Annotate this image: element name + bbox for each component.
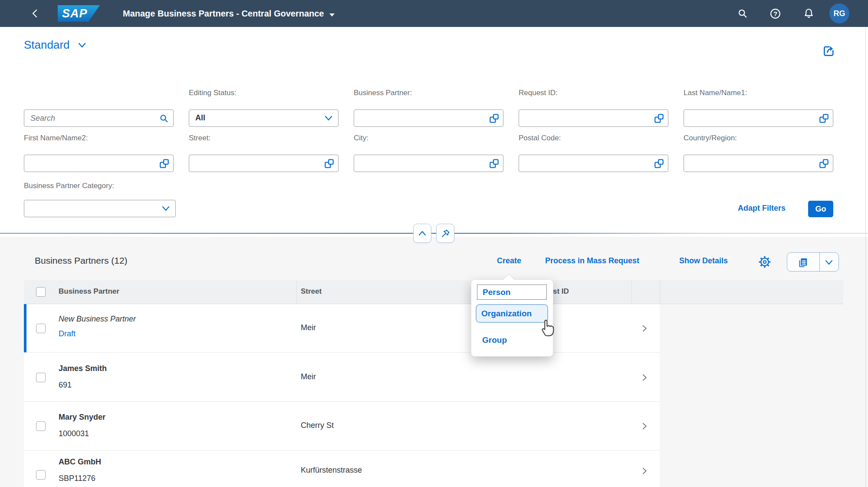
chevron-up-icon — [418, 230, 427, 237]
split-button-divider — [819, 253, 820, 271]
first-name-label: First Name/Name2: — [24, 134, 88, 142]
postal-code-label: Postal Code: — [519, 134, 561, 142]
row-name: Mary Snyder — [59, 413, 105, 422]
export-split-button[interactable] — [787, 252, 839, 272]
search-field[interactable] — [24, 109, 174, 127]
chevron-down-icon — [324, 115, 333, 123]
table-row[interactable]: Mary Snyder 1000031 Cherry St — [24, 402, 660, 451]
value-help-icon[interactable] — [159, 159, 169, 170]
export-spreadsheet-icon[interactable] — [797, 256, 809, 270]
window-edge — [865, 27, 866, 487]
app-title-text: Manage Business Partners - Central Gover… — [123, 9, 324, 18]
street-label: Street: — [189, 134, 210, 142]
row-street: Meir — [301, 372, 316, 381]
request-id-input[interactable] — [519, 109, 668, 127]
row-id: 691 — [59, 381, 72, 390]
row-name: James Smith — [59, 364, 107, 373]
notifications-bell-icon[interactable] — [802, 7, 815, 22]
show-details-button[interactable]: Show Details — [679, 256, 728, 265]
row-checkbox[interactable] — [36, 421, 46, 431]
row-navigation-chevron-icon[interactable] — [640, 422, 649, 432]
app-title[interactable]: Manage Business Partners - Central Gover… — [123, 0, 335, 27]
help-icon[interactable]: ? — [769, 7, 782, 22]
variant-label: Standard — [24, 38, 70, 51]
export-menu-chevron-icon[interactable] — [824, 259, 834, 267]
table-settings-gear-icon[interactable] — [758, 255, 771, 268]
table-row[interactable]: James Smith 691 Meir — [24, 353, 660, 402]
last-name-input[interactable] — [684, 109, 833, 127]
editing-status-select[interactable]: All — [189, 109, 339, 127]
search-icon[interactable] — [737, 8, 749, 21]
business-partner-input[interactable] — [354, 109, 503, 127]
last-name-label: Last Name/Name1: — [684, 89, 747, 97]
pin-icon — [441, 229, 450, 238]
city-label: City: — [354, 134, 368, 142]
bp-category-select[interactable] — [24, 200, 176, 217]
city-input[interactable] — [354, 155, 503, 172]
shell-header: SAP Manage Business Partners - Central G… — [0, 0, 868, 27]
value-help-icon[interactable] — [819, 113, 829, 125]
table-row[interactable]: New Business Partner Draft Meir — [24, 304, 660, 353]
request-id-label: Request ID: — [519, 89, 558, 97]
draft-accent-bar — [24, 304, 26, 352]
row-navigation-chevron-icon[interactable] — [640, 324, 649, 335]
row-id: SBP11276 — [59, 474, 95, 483]
row-checkbox[interactable] — [36, 470, 46, 480]
editing-status-value: All — [195, 113, 205, 123]
column-divider — [296, 280, 297, 304]
postal-code-input[interactable] — [519, 155, 668, 172]
value-help-icon[interactable] — [654, 159, 664, 170]
menu-item-person[interactable]: Person — [477, 285, 547, 300]
share-icon[interactable] — [822, 43, 836, 60]
filterbar-divider — [0, 233, 868, 234]
row-street: Kurfürstenstrasse — [301, 466, 362, 475]
title-dropdown-caret-icon — [329, 13, 335, 17]
column-header-street[interactable]: Street — [301, 287, 322, 296]
create-button[interactable]: Create — [497, 256, 521, 265]
select-all-checkbox[interactable] — [36, 287, 46, 297]
country-label: Country/Region: — [684, 134, 737, 142]
adapt-filters-button[interactable]: Adapt Filters — [738, 204, 786, 213]
street-input[interactable] — [189, 155, 339, 172]
svg-text:?: ? — [773, 10, 777, 17]
row-draft-link[interactable]: Draft — [59, 329, 76, 338]
row-name: ABC GmbH — [59, 457, 101, 467]
first-name-input[interactable] — [24, 155, 174, 172]
row-checkbox[interactable] — [36, 324, 46, 333]
chevron-down-icon — [77, 42, 87, 49]
value-help-icon[interactable] — [489, 159, 499, 170]
hand-cursor-icon — [537, 317, 557, 340]
row-street: Cherry St — [301, 421, 334, 430]
app-window: SAP Manage Business Partners - Central G… — [0, 0, 868, 487]
column-header-business-partner[interactable]: Business Partner — [59, 287, 119, 296]
avatar[interactable]: RG — [829, 3, 849, 23]
search-input[interactable] — [24, 110, 173, 126]
editing-status-label: Editing Status: — [189, 89, 237, 97]
sap-logo[interactable]: SAP — [58, 5, 100, 22]
variant-selector[interactable]: Standard — [24, 38, 87, 52]
business-partner-label: Business Partner: — [354, 89, 412, 97]
value-help-icon[interactable] — [819, 159, 829, 170]
go-button[interactable]: Go — [808, 201, 833, 217]
collapse-filterbar-button[interactable] — [413, 224, 431, 243]
row-id: 1000031 — [59, 429, 89, 438]
row-navigation-chevron-icon[interactable] — [640, 373, 649, 384]
menu-item-group[interactable]: Group — [482, 334, 507, 347]
column-divider — [660, 280, 660, 304]
table-header-row: Business Partner Street Request ID — [24, 280, 843, 304]
row-navigation-chevron-icon[interactable] — [640, 467, 649, 477]
column-divider — [631, 280, 632, 304]
pin-filterbar-button[interactable] — [436, 224, 454, 243]
bp-category-label: Business Partner Category: — [24, 182, 114, 190]
row-street: Meir — [301, 323, 316, 332]
process-mass-request-button[interactable]: Process in Mass Request — [545, 256, 639, 265]
search-icon[interactable] — [159, 114, 169, 125]
row-checkbox[interactable] — [36, 373, 46, 382]
table-title: Business Partners (12) — [35, 255, 128, 266]
value-help-icon[interactable] — [654, 113, 664, 125]
value-help-icon[interactable] — [489, 113, 499, 125]
value-help-icon[interactable] — [324, 159, 334, 170]
table-row[interactable]: ABC GmbH SBP11276 Kurfürstenstrasse — [24, 451, 660, 487]
back-icon[interactable] — [30, 8, 41, 20]
country-input[interactable] — [684, 155, 833, 172]
